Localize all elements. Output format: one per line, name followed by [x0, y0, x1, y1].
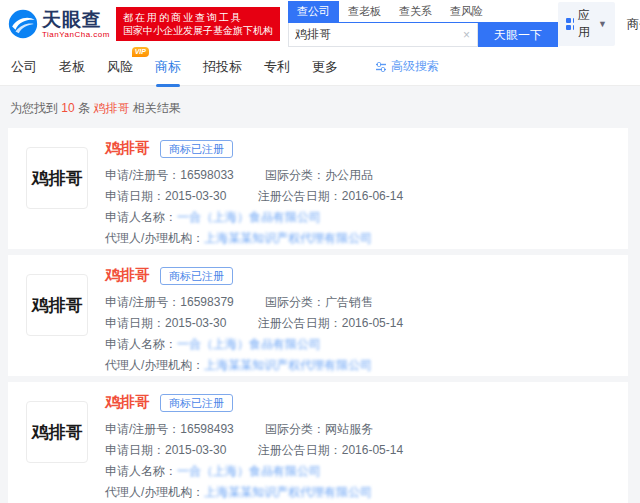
apply-date-value: 2015-03-30 — [165, 189, 226, 203]
results-area: 为您找到 10 条 鸡排哥 相关结果 鸡排哥 鸡排哥 商标已注册 申请/注册号：… — [0, 86, 640, 503]
result-keyword: 鸡排哥 — [93, 101, 129, 115]
search-button[interactable]: 天眼一下 — [478, 23, 558, 47]
pub-date-value: 2016-06-14 — [342, 189, 403, 203]
intl-class-label: 国际分类： — [265, 422, 325, 436]
trademark-card: 鸡排哥 鸡排哥 商标已注册 申请/注册号：16598033 国际分类：办公用品 … — [8, 128, 628, 249]
applicant-label: 申请人名称： — [105, 210, 177, 224]
agent-label: 代理人/办理机构： — [105, 358, 204, 372]
trademark-title-link[interactable]: 鸡排哥 — [105, 393, 150, 412]
nav-item-more[interactable]: 更多 — [311, 56, 339, 78]
nav-item-patent[interactable]: 专利 — [263, 56, 291, 78]
result-count: 10 — [61, 101, 74, 115]
vip-badge: VIP — [132, 47, 149, 57]
promo-banner: 都在用的商业查询工具 国家中小企业发展子基金旗下机构 — [116, 7, 280, 41]
reg-no-label: 申请/注册号： — [105, 422, 180, 436]
trademark-title-link[interactable]: 鸡排哥 — [105, 139, 150, 158]
apps-grid-icon — [566, 18, 574, 30]
header: 天眼查 TianYanCha.com 都在用的商业查询工具 国家中小企业发展子基… — [0, 0, 640, 48]
search-tab-relation[interactable]: 查关系 — [390, 1, 441, 22]
intl-class-value: 广告销售 — [325, 295, 373, 309]
reg-no-label: 申请/注册号： — [105, 295, 180, 309]
search-tab-company[interactable]: 查公司 — [288, 1, 339, 22]
search-tab-risk[interactable]: 查风险 — [441, 1, 492, 22]
reg-no-value: 16598379 — [180, 295, 233, 309]
applicant-label: 申请人名称： — [105, 337, 177, 351]
status-badge: 商标已注册 — [160, 140, 233, 158]
promo-line1: 都在用的商业查询工具 — [123, 11, 273, 24]
agent-label: 代理人/办理机构： — [105, 231, 204, 245]
reg-no-value: 16598493 — [180, 422, 233, 436]
intl-class-value: 办公用品 — [325, 168, 373, 182]
intl-class-label: 国际分类： — [265, 168, 325, 182]
agent-link[interactable]: 上海某某知识产权代理有限公司 — [204, 231, 372, 245]
trademark-thumbnail[interactable]: 鸡排哥 — [26, 274, 88, 336]
trademark-thumbnail[interactable]: 鸡排哥 — [26, 401, 88, 463]
apply-date-label: 申请日期： — [105, 316, 165, 330]
chevron-down-icon: ▼ — [598, 19, 607, 29]
pub-date-label: 注册公告日期： — [258, 443, 342, 457]
trademark-card: 鸡排哥 鸡排哥 商标已注册 申请/注册号：16598379 国际分类：广告销售 … — [8, 255, 628, 376]
apply-date-value: 2015-03-30 — [165, 443, 226, 457]
search-tabs: 查公司 查老板 查关系 查风险 — [288, 1, 558, 23]
status-badge: 商标已注册 — [160, 267, 233, 285]
reg-no-label: 申请/注册号： — [105, 168, 180, 182]
pub-date-value: 2016-05-14 — [342, 443, 403, 457]
agent-link[interactable]: 上海某某知识产权代理有限公司 — [204, 358, 372, 372]
pub-date-value: 2016-05-14 — [342, 316, 403, 330]
logo-title: 天眼查 — [42, 10, 110, 30]
agent-label: 代理人/办理机构： — [105, 485, 204, 499]
applicant-link[interactable]: 一合（上海）食品有限公司 — [177, 464, 321, 478]
apps-label: 应用 — [578, 7, 594, 41]
search-tab-boss[interactable]: 查老板 — [339, 1, 390, 22]
status-badge: 商标已注册 — [160, 394, 233, 412]
result-summary: 为您找到 10 条 鸡排哥 相关结果 — [0, 86, 640, 128]
applicant-link[interactable]: 一合（上海）食品有限公司 — [177, 210, 321, 224]
nav-item-boss[interactable]: 老板 — [58, 56, 86, 78]
intl-class-label: 国际分类： — [265, 295, 325, 309]
trademark-title-link[interactable]: 鸡排哥 — [105, 266, 150, 285]
search-module: 查公司 查老板 查关系 查风险 × 天眼一下 — [288, 1, 558, 47]
nav-item-risk[interactable]: 风险 VIP — [106, 56, 134, 78]
pub-date-label: 注册公告日期： — [258, 189, 342, 203]
logo-domain: TianYanCha.com — [42, 30, 110, 39]
apply-date-value: 2015-03-30 — [165, 316, 226, 330]
nav-item-bidding[interactable]: 招投标 — [202, 56, 243, 78]
search-input[interactable] — [289, 28, 456, 42]
intl-class-value: 网站服务 — [325, 422, 373, 436]
clear-icon[interactable]: × — [456, 28, 477, 42]
agent-link[interactable]: 上海某某知识产权代理有限公司 — [204, 485, 372, 499]
applicant-label: 申请人名称： — [105, 464, 177, 478]
pub-date-label: 注册公告日期： — [258, 316, 342, 330]
apply-date-label: 申请日期： — [105, 443, 165, 457]
tianyancha-logo[interactable]: 天眼查 TianYanCha.com — [8, 9, 110, 39]
tianyancha-eye-icon — [8, 9, 38, 39]
filter-sliders-icon — [375, 61, 387, 73]
trademark-thumbnail[interactable]: 鸡排哥 — [26, 147, 88, 209]
promo-line2: 国家中小企业发展子基金旗下机构 — [123, 24, 273, 37]
advanced-search-link[interactable]: 高级搜索 — [375, 58, 439, 75]
advanced-search-label: 高级搜索 — [391, 58, 439, 75]
trademark-card: 鸡排哥 鸡排哥 商标已注册 申请/注册号：16598493 国际分类：网站服务 … — [8, 382, 628, 503]
apps-button[interactable]: 应用 ▼ — [558, 2, 615, 46]
nav-item-company[interactable]: 公司 — [10, 56, 38, 78]
nav-item-trademark[interactable]: 商标 — [154, 56, 182, 78]
applicant-link[interactable]: 一合（上海）食品有限公司 — [177, 337, 321, 351]
reg-no-value: 16598033 — [180, 168, 233, 182]
business-coop-link[interactable]: 商务合作 — [627, 16, 640, 33]
category-nav: 公司 老板 风险 VIP 商标 招投标 专利 更多 高级搜索 — [0, 48, 640, 86]
apply-date-label: 申请日期： — [105, 189, 165, 203]
